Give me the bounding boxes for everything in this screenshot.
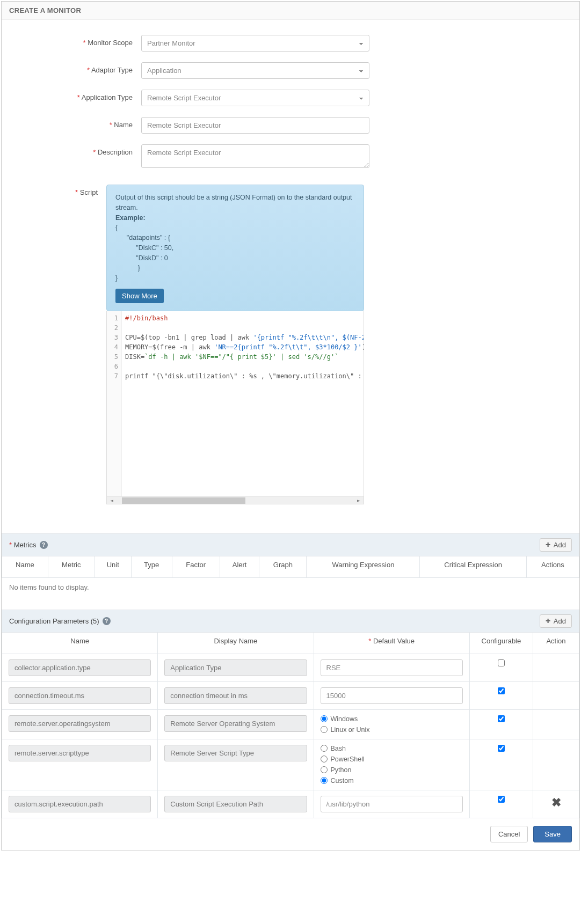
config-col-display: Display Name [158,632,314,654]
metrics-col: Unit [95,556,131,577]
radio-label: Windows [331,715,358,723]
script-hint-example-body: { "datapoints" : { "DiskC" : 50, "DiskD"… [115,223,355,283]
save-button[interactable]: Save [533,826,572,842]
config-name-input [9,715,151,732]
config-name-input [9,659,151,676]
script-hint-box: Output of this script should be a string… [106,185,364,311]
radio-label: Linux or Unix [331,726,370,734]
config-col-name: Name [2,632,158,654]
config-col-default: Default Value [314,632,469,654]
script-hint-example-label: Example: [115,214,146,222]
metrics-col: Graph [259,556,307,577]
monitor-scope-label: Monitor Scope [12,35,141,47]
config-display-input [164,715,307,732]
configurable-checkbox[interactable] [498,687,505,694]
metrics-col: Actions [526,556,579,577]
radio-input[interactable] [321,745,328,752]
metrics-col: Critical Expression [420,556,526,577]
metrics-col: Type [131,556,172,577]
code-lines[interactable]: #!/bin/bashCPU=$(top -bn1 | grep load | … [122,311,364,496]
cancel-button[interactable]: Cancel [490,826,528,842]
metrics-col: Factor [172,556,220,577]
config-table: Name Display Name Default Value Configur… [2,632,579,818]
config-radio-option[interactable]: Windows [321,715,463,723]
application-type-select[interactable]: Remote Script Executor [141,90,369,106]
config-col-action: Action [533,632,579,654]
config-display-input [164,687,307,704]
config-row: ✖ [2,790,579,818]
code-gutter: 1234567 [107,311,122,496]
config-display-input [164,796,307,812]
script-label: Script [12,185,106,196]
config-col-configurable: Configurable [469,632,533,654]
radio-label: Custom [331,777,354,784]
configurable-checkbox[interactable] [498,715,505,722]
monitor-scope-select[interactable]: Partner Monitor [141,35,369,52]
config-radio-option[interactable]: PowerShell [321,756,463,763]
config-name-input [9,687,151,704]
application-type-label: Application Type [12,90,141,101]
adaptor-type-label: Adaptor Type [12,62,141,74]
radio-input[interactable] [321,715,328,722]
config-value-input[interactable] [321,687,463,704]
delete-icon[interactable]: ✖ [551,796,561,809]
config-title: Configuration Parameters (5) [9,617,99,625]
config-display-input [164,659,307,676]
code-horizontal-scrollbar[interactable]: ◄ ► [107,496,364,504]
configurable-checkbox[interactable] [498,745,505,752]
metrics-add-button[interactable]: Add [540,538,572,552]
configurable-checkbox[interactable] [498,659,505,666]
config-row [2,681,579,709]
metrics-table: NameMetricUnitTypeFactorAlertGraphWarnin… [2,556,579,578]
help-icon[interactable]: ? [40,541,48,549]
description-label: Description [12,144,141,156]
config-value-input[interactable] [321,659,463,676]
adaptor-type-select[interactable]: Application [141,62,369,79]
metrics-empty-row: No items found to display. [2,578,579,597]
radio-label: PowerShell [331,756,365,763]
script-code-editor[interactable]: 1234567 #!/bin/bashCPU=$(top -bn1 | grep… [106,311,364,504]
radio-input[interactable] [321,756,328,762]
config-name-input [9,796,151,812]
radio-label: Python [331,766,352,774]
name-label: Name [12,117,141,129]
metrics-col: Warning Expression [307,556,420,577]
description-textarea[interactable]: Remote Script Executor [141,144,369,168]
scroll-left-icon[interactable]: ◄ [110,497,113,503]
config-radio-option[interactable]: Bash [321,745,463,752]
config-radio-option[interactable]: Custom [321,777,463,784]
config-value-input[interactable] [321,796,463,812]
config-row [2,654,579,681]
help-icon[interactable]: ? [103,617,111,625]
metrics-title: Metrics [9,541,37,549]
radio-input[interactable] [321,766,328,773]
show-more-button[interactable]: Show More [115,289,164,303]
config-name-input [9,745,151,761]
scrollbar-thumb[interactable] [122,497,245,504]
metrics-col: Alert [220,556,259,577]
name-input[interactable] [141,117,369,134]
radio-label: Bash [331,745,346,752]
metrics-col: Metric [48,556,95,577]
script-hint-text: Output of this script should be a string… [115,194,352,211]
radio-input[interactable] [321,726,328,733]
radio-input[interactable] [321,777,328,784]
scroll-right-icon[interactable]: ► [357,497,360,503]
configurable-checkbox[interactable] [498,796,505,803]
config-radio-option[interactable]: Linux or Unix [321,726,463,734]
config-display-input [164,745,307,761]
panel-title: CREATE A MONITOR [2,2,579,20]
metrics-col: Name [2,556,48,577]
config-radio-option[interactable]: Python [321,766,463,774]
config-row: BashPowerShellPythonCustom [2,739,579,790]
config-add-button[interactable]: Add [540,614,572,628]
config-row: WindowsLinux or Unix [2,709,579,739]
